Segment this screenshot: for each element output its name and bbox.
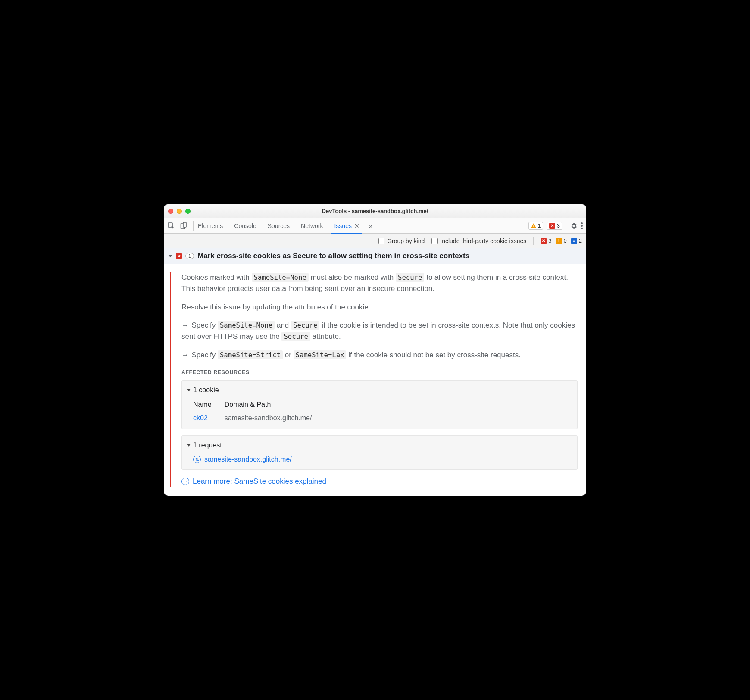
arrow-right-icon: → xyxy=(181,350,190,361)
chevron-down-icon xyxy=(187,389,191,391)
info-count[interactable]: ≡2 xyxy=(571,237,582,244)
settings-gear-icon[interactable] xyxy=(570,222,578,230)
tab-elements[interactable]: Elements xyxy=(196,218,225,233)
arrow-right-circle-icon: → xyxy=(181,478,189,485)
requests-toggle[interactable]: 1 request xyxy=(187,440,572,451)
request-link[interactable]: ⇅ samesite-sandbox.glitch.me/ xyxy=(193,454,572,465)
warning-count[interactable]: !0 xyxy=(556,237,567,244)
cookies-toggle[interactable]: 1 cookie xyxy=(187,385,572,396)
table-row: Name Domain & Path xyxy=(193,399,325,412)
svg-point-4 xyxy=(581,225,583,227)
more-tabs-icon[interactable]: » xyxy=(369,222,372,229)
group-by-kind-checkbox[interactable]: Group by kind xyxy=(378,237,425,244)
code-samesite-none: SameSite=None xyxy=(218,321,275,330)
issue-description-2: Resolve this issue by updating the attri… xyxy=(181,302,578,313)
traffic-lights xyxy=(168,209,191,214)
tab-console[interactable]: Console xyxy=(232,218,258,233)
checkbox-icon[interactable] xyxy=(431,238,438,244)
cookie-table: Name Domain & Path ck02 samesite-sandbox… xyxy=(193,399,325,425)
affected-cookies-box: 1 cookie Name Domain & Path ck02 samesit… xyxy=(181,380,578,429)
panel-tabs: Elements Console Sources Network Issues … xyxy=(196,218,372,233)
issue-bullet-1: → Specify SameSite=None and Secure if th… xyxy=(181,320,578,343)
code-samesite-strict: SameSite=Strict xyxy=(218,350,283,359)
error-count[interactable]: ✕3 xyxy=(541,237,551,244)
issue-body: Cookies marked with SameSite=None must a… xyxy=(164,264,586,496)
code-secure: Secure xyxy=(281,332,310,341)
device-toolbar-icon[interactable] xyxy=(180,222,187,230)
svg-point-5 xyxy=(581,228,583,229)
issue-count-badge: 1 xyxy=(185,253,194,259)
affected-resources-label: Affected Resources xyxy=(181,369,578,377)
close-icon[interactable]: ✕ xyxy=(354,222,359,229)
severity-rail xyxy=(170,272,171,487)
info-icon: ≡ xyxy=(571,238,577,244)
error-icon: ✕ xyxy=(549,223,555,229)
network-request-icon: ⇅ xyxy=(193,456,201,463)
close-window-icon[interactable] xyxy=(168,209,173,214)
devtools-tabbar: Elements Console Sources Network Issues … xyxy=(164,218,586,234)
tab-issues[interactable]: Issues ✕ xyxy=(332,218,361,233)
issue-counters: ✕3 !0 ≡2 xyxy=(541,237,582,244)
window-title: DevTools - samesite-sandbox.glitch.me/ xyxy=(164,208,586,214)
affected-requests-box: 1 request ⇅ samesite-sandbox.glitch.me/ xyxy=(181,435,578,470)
tab-sources[interactable]: Sources xyxy=(266,218,291,233)
cookie-name-link[interactable]: ck02 xyxy=(193,414,208,422)
error-icon: ✕ xyxy=(176,253,182,259)
chevron-down-icon xyxy=(187,444,191,447)
code-samesite-lax: SameSite=Lax xyxy=(294,350,347,359)
issue-description-1: Cookies marked with SameSite=None must a… xyxy=(181,272,578,295)
svg-rect-2 xyxy=(183,222,186,227)
warning-icon xyxy=(531,223,536,228)
errors-badge[interactable]: ✕ 3 xyxy=(547,222,562,230)
checkbox-icon[interactable] xyxy=(378,238,384,244)
col-name: Name xyxy=(193,399,225,412)
titlebar: DevTools - samesite-sandbox.glitch.me/ xyxy=(164,204,586,218)
issue-title: Mark cross-site cookies as Secure to all… xyxy=(197,252,469,260)
kebab-menu-icon[interactable] xyxy=(581,222,583,229)
issues-toolbar: Group by kind Include third-party cookie… xyxy=(164,234,586,248)
code-secure: Secure xyxy=(396,273,424,282)
table-row: ck02 samesite-sandbox.glitch.me/ xyxy=(193,412,325,425)
issue-header[interactable]: ✕ 1 Mark cross-site cookies as Secure to… xyxy=(164,248,586,264)
zoom-window-icon[interactable] xyxy=(185,209,191,214)
third-party-checkbox[interactable]: Include third-party cookie issues xyxy=(431,237,526,244)
svg-point-3 xyxy=(581,222,583,224)
code-secure: Secure xyxy=(291,321,319,330)
cookie-domain: samesite-sandbox.glitch.me/ xyxy=(225,412,325,425)
error-icon: ✕ xyxy=(541,238,547,244)
warning-icon: ! xyxy=(556,238,562,244)
learn-more-link[interactable]: → Learn more: SameSite cookies explained xyxy=(181,476,578,487)
devtools-window: DevTools - samesite-sandbox.glitch.me/ E… xyxy=(164,204,586,496)
tab-network[interactable]: Network xyxy=(299,218,325,233)
warnings-badge[interactable]: 1 xyxy=(528,222,544,230)
inspect-element-icon[interactable] xyxy=(167,222,175,230)
chevron-down-icon xyxy=(168,255,172,257)
issue-bullet-2: → Specify SameSite=Strict or SameSite=La… xyxy=(181,350,578,361)
minimize-window-icon[interactable] xyxy=(177,209,182,214)
col-domain: Domain & Path xyxy=(225,399,325,412)
code-samesite-none: SameSite=None xyxy=(252,273,309,282)
arrow-right-icon: → xyxy=(181,320,190,331)
